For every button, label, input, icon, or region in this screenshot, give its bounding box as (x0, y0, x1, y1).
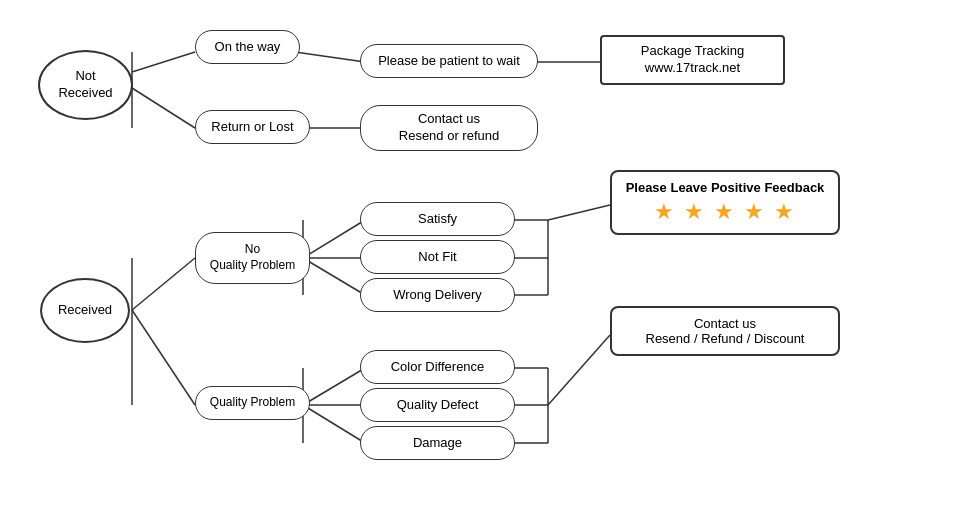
no-quality-node: No Quality Problem (195, 232, 310, 284)
package-tracking-node: Package Tracking www.17track.net (600, 35, 785, 85)
not-received-node: Not Received (38, 50, 133, 120)
svg-line-7 (132, 310, 195, 405)
stars-display: ★ ★ ★ ★ ★ (624, 199, 826, 225)
return-or-lost-node: Return or Lost (195, 110, 310, 144)
feedback-title: Please Leave Positive Feedback (624, 180, 826, 195)
contact-resend-refund2-box: Contact us Resend / Refund / Discount (610, 306, 840, 356)
diagram: Not Received On the way Return or Lost P… (0, 0, 960, 513)
svg-line-0 (132, 52, 195, 72)
contact-resend-refund2-label: Contact us Resend / Refund / Discount (646, 316, 805, 346)
color-diff-node: Color Difference (360, 350, 515, 384)
svg-line-3 (295, 52, 365, 62)
satisfy-node: Satisfy (360, 202, 515, 236)
feedback-box: Please Leave Positive Feedback ★ ★ ★ ★ ★ (610, 170, 840, 235)
wrong-delivery-node: Wrong Delivery (360, 278, 515, 312)
quality-defect-node: Quality Defect (360, 388, 515, 422)
svg-line-17 (548, 205, 610, 220)
damage-node: Damage (360, 426, 515, 460)
on-the-way-node: On the way (195, 30, 300, 64)
svg-line-9 (303, 220, 365, 258)
svg-line-20 (303, 405, 365, 443)
svg-line-1 (132, 88, 195, 128)
contact-resend-refund-node: Contact us Resend or refund (360, 105, 538, 151)
quality-problem-node: Quality Problem (195, 386, 310, 420)
received-node: Received (40, 278, 130, 343)
patient-node: Please be patient to wait (360, 44, 538, 78)
svg-line-11 (303, 258, 365, 295)
svg-line-18 (303, 368, 365, 405)
not-fit-node: Not Fit (360, 240, 515, 274)
svg-line-6 (132, 258, 195, 310)
svg-line-26 (548, 335, 610, 405)
